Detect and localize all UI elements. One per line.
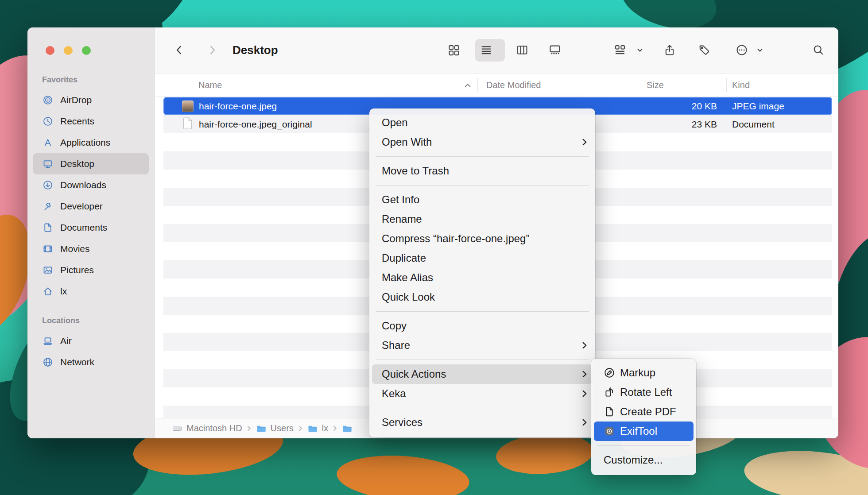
group-button[interactable] bbox=[614, 44, 626, 56]
sidebar-item-documents[interactable]: Documents bbox=[33, 217, 149, 238]
chevron-right-icon bbox=[298, 425, 303, 432]
recents-icon bbox=[43, 116, 53, 127]
menu-item-label: Open With bbox=[382, 136, 432, 148]
menu-item-share[interactable]: Share bbox=[372, 336, 593, 355]
menu-item-copy[interactable]: Copy bbox=[372, 316, 593, 336]
menu-item-make-alias[interactable]: Make Alias bbox=[372, 268, 593, 287]
menu-item-label: Duplicate bbox=[382, 252, 426, 264]
toolbar: Desktop bbox=[155, 27, 838, 73]
submenu-item-label: Rotate Left bbox=[620, 386, 672, 398]
sidebar-item-downloads[interactable]: Downloads bbox=[33, 174, 149, 196]
submenu-item-create-pdf[interactable]: Create PDF bbox=[594, 402, 694, 422]
airdrop-icon bbox=[43, 95, 53, 105]
back-button[interactable] bbox=[174, 43, 185, 57]
locations-header: Locations bbox=[42, 316, 80, 325]
sidebar-item-recents[interactable]: Recents bbox=[33, 111, 149, 132]
path-item-label: Users bbox=[271, 423, 294, 433]
path-item-macintosh-hd[interactable]: Macintosh HD bbox=[172, 423, 242, 434]
search-icon bbox=[812, 44, 825, 56]
path-item-label: Macintosh HD bbox=[186, 423, 242, 433]
menu-item-label: Make Alias bbox=[382, 271, 433, 284]
search-button[interactable] bbox=[812, 44, 825, 56]
folder-icon bbox=[342, 423, 353, 434]
path-item-users[interactable]: Users bbox=[256, 423, 294, 434]
path-item-desktop[interactable] bbox=[342, 423, 356, 434]
menu-item-label: Move to Trash bbox=[382, 165, 449, 177]
minimize-button[interactable] bbox=[64, 46, 73, 55]
column-header-kind[interactable]: Kind bbox=[732, 80, 750, 90]
menu-item-duplicate[interactable]: Duplicate bbox=[372, 248, 593, 268]
menu-item-keka[interactable]: Keka bbox=[372, 384, 593, 403]
path-item-lx[interactable]: lx bbox=[307, 423, 328, 434]
submenu-item-customize[interactable]: Customize... bbox=[594, 450, 694, 470]
file-size: 20 KB bbox=[646, 101, 717, 112]
column-header-name[interactable]: Name bbox=[198, 80, 222, 90]
sidebar-item-applications[interactable]: Applications bbox=[33, 132, 149, 153]
sidebar-item-network[interactable]: Network bbox=[33, 352, 149, 373]
sidebar-item-label: Applications bbox=[60, 137, 110, 148]
submenu-item-rotate-left[interactable]: Rotate Left bbox=[594, 383, 694, 402]
column-divider[interactable] bbox=[638, 78, 638, 92]
sidebar-item-label: Developer bbox=[60, 201, 103, 212]
column-view-button[interactable] bbox=[516, 44, 528, 56]
menu-item-open[interactable]: Open bbox=[372, 113, 593, 132]
column-header-date-modified[interactable]: Date Modified bbox=[486, 80, 541, 90]
grid-view-icon bbox=[448, 44, 460, 56]
forward-button[interactable] bbox=[206, 43, 218, 57]
sidebar-item-lx-home[interactable]: lx bbox=[33, 281, 149, 302]
laptop-icon bbox=[43, 336, 53, 346]
sidebar-item-movies[interactable]: Movies bbox=[33, 238, 149, 259]
file-kind: JPEG image bbox=[732, 101, 784, 112]
context-menu: Open Open With Move to Trash Get Info Re… bbox=[369, 108, 595, 437]
quick-actions-submenu: Markup Rotate Left Create PDF ExifTool C… bbox=[591, 359, 696, 475]
chevron-right-icon bbox=[582, 370, 587, 378]
network-icon bbox=[43, 357, 53, 367]
developer-icon bbox=[43, 201, 53, 212]
chevron-right-icon bbox=[582, 138, 587, 146]
column-divider[interactable] bbox=[726, 78, 727, 92]
menu-item-label: Open bbox=[382, 116, 408, 129]
menu-item-compress[interactable]: Compress “hair-force-one.jpeg” bbox=[372, 229, 593, 248]
menu-item-open-with[interactable]: Open With bbox=[372, 132, 593, 152]
menu-separator bbox=[376, 185, 589, 186]
column-divider[interactable] bbox=[477, 78, 478, 92]
icon-view-button[interactable] bbox=[448, 44, 460, 56]
submenu-item-markup[interactable]: Markup bbox=[594, 363, 694, 383]
image-thumbnail-icon bbox=[182, 101, 194, 112]
tag-button[interactable] bbox=[698, 44, 710, 56]
sidebar-item-developer[interactable]: Developer bbox=[33, 196, 149, 217]
chevron-right-icon bbox=[333, 425, 337, 432]
ellipsis-circle-icon bbox=[736, 44, 748, 56]
menu-item-rename[interactable]: Rename bbox=[372, 209, 593, 229]
movies-icon bbox=[43, 244, 53, 254]
list-view-button[interactable] bbox=[480, 44, 492, 56]
close-button[interactable] bbox=[46, 46, 54, 55]
share-button[interactable] bbox=[663, 44, 676, 56]
traffic-lights bbox=[46, 46, 91, 55]
gallery-view-button[interactable] bbox=[549, 44, 561, 56]
sidebar-item-airdrop[interactable]: AirDrop bbox=[33, 89, 149, 111]
file-name: hair-force-one.jpeg_original bbox=[199, 119, 312, 130]
sidebar-item-air[interactable]: Air bbox=[33, 330, 149, 352]
tag-icon bbox=[698, 44, 710, 56]
zoom-button[interactable] bbox=[82, 46, 91, 55]
menu-item-label: Quick Actions bbox=[382, 368, 446, 380]
menu-item-quick-look[interactable]: Quick Look bbox=[372, 287, 593, 307]
sidebar-item-label: AirDrop bbox=[60, 95, 92, 105]
menu-item-get-info[interactable]: Get Info bbox=[372, 190, 593, 209]
sidebar-item-pictures[interactable]: Pictures bbox=[33, 259, 149, 281]
menu-item-quick-actions[interactable]: Quick Actions bbox=[372, 364, 593, 384]
menu-item-label: Share bbox=[382, 339, 410, 352]
chevron-right-icon bbox=[582, 390, 587, 398]
sidebar-item-label: Documents bbox=[60, 222, 107, 233]
more-chevron-button[interactable] bbox=[756, 46, 763, 54]
menu-separator bbox=[376, 311, 589, 312]
column-header-size[interactable]: Size bbox=[647, 80, 664, 90]
sidebar-item-desktop[interactable]: Desktop bbox=[33, 153, 149, 174]
submenu-item-label: Customize... bbox=[604, 454, 663, 466]
submenu-item-exiftool[interactable]: ExifTool bbox=[594, 422, 694, 441]
menu-item-move-to-trash[interactable]: Move to Trash bbox=[372, 161, 593, 181]
menu-item-services[interactable]: Services bbox=[372, 413, 593, 432]
more-button[interactable] bbox=[736, 44, 748, 56]
group-chevron-button[interactable] bbox=[636, 46, 643, 54]
